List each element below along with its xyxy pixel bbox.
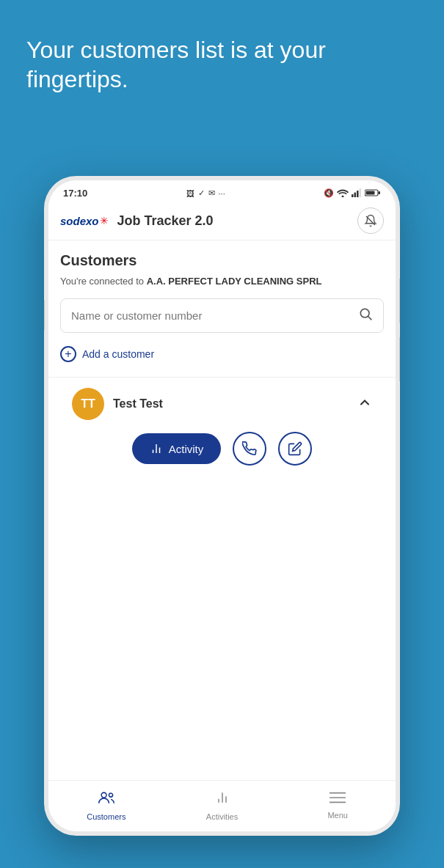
sodexo-text: sodexo	[60, 215, 99, 227]
sodexo-logo: sodexo ✳	[60, 215, 109, 227]
activities-nav-icon	[215, 790, 230, 810]
svg-rect-2	[357, 191, 359, 197]
svg-rect-0	[352, 194, 354, 197]
nav-menu[interactable]: Menu	[280, 787, 396, 824]
svg-rect-3	[359, 188, 361, 197]
activity-label: Activity	[169, 443, 204, 455]
activity-button[interactable]: Activity	[132, 433, 222, 464]
search-icon	[358, 306, 373, 325]
gallery-icon: 🖼	[186, 189, 194, 198]
svg-point-14	[109, 793, 112, 797]
more-icon: ···	[219, 189, 225, 198]
check-icon: ✓	[198, 188, 205, 198]
signal-icon	[352, 188, 362, 199]
phone-screen: 17:10 🖼 ✓ ✉ ··· 🔇	[48, 180, 396, 831]
edit-button[interactable]	[278, 432, 312, 466]
customers-nav-label: Customers	[87, 812, 125, 821]
menu-nav-icon	[330, 790, 346, 809]
search-container[interactable]	[60, 298, 384, 333]
add-icon: +	[60, 346, 76, 362]
status-bar: 17:10 🖼 ✓ ✉ ··· 🔇	[48, 180, 396, 202]
connected-company: A.A. PERFECT LADY CLEANING SPRL	[147, 276, 322, 287]
svg-rect-6	[378, 191, 380, 194]
menu-nav-label: Menu	[327, 811, 348, 820]
mail-icon: ✉	[208, 188, 215, 198]
add-customer-button[interactable]: + Add a customer	[60, 343, 384, 365]
add-customer-label: Add a customer	[82, 348, 154, 360]
svg-point-13	[101, 792, 106, 798]
battery-icon	[365, 188, 381, 199]
customer-header[interactable]: TT Test Test	[72, 388, 372, 420]
status-icons-left: 🖼 ✓ ✉ ···	[186, 188, 225, 198]
mute-icon: 🔇	[324, 188, 334, 198]
svg-rect-1	[354, 192, 356, 197]
customer-name: Test Test	[113, 397, 357, 411]
nav-activities[interactable]: Activities	[164, 787, 280, 824]
wifi-icon	[337, 188, 349, 199]
app-title: Job Tracker 2.0	[117, 213, 357, 229]
customer-item: TT Test Test	[60, 378, 384, 482]
activities-nav-label: Activities	[206, 812, 238, 821]
app-bar: sodexo ✳ Job Tracker 2.0	[48, 202, 396, 240]
notification-button[interactable]	[357, 207, 384, 234]
customer-avatar: TT	[72, 388, 104, 420]
svg-point-8	[360, 309, 369, 318]
svg-rect-5	[365, 191, 374, 194]
chevron-up-icon	[357, 395, 372, 413]
status-icons-right: 🔇	[324, 188, 381, 199]
phone-shell: 17:10 🖼 ✓ ✉ ··· 🔇	[44, 176, 400, 836]
hero-text: Your customers list is at your fingertip…	[26, 35, 418, 94]
svg-line-9	[368, 317, 372, 320]
customers-section: Customers You're connected to A.A. PERFE…	[48, 240, 396, 493]
bottom-nav: Customers Activities	[48, 780, 396, 831]
call-button[interactable]	[233, 432, 266, 466]
status-time: 17:10	[63, 188, 87, 199]
customers-nav-icon	[98, 790, 115, 810]
sodexo-asterisk: ✳	[100, 215, 109, 227]
main-content: Customers You're connected to A.A. PERFE…	[48, 240, 396, 780]
nav-customers[interactable]: Customers	[48, 787, 164, 824]
search-input[interactable]	[71, 309, 358, 322]
customer-actions: Activity	[72, 420, 372, 471]
connected-info: You're connected to A.A. PERFECT LADY CL…	[60, 275, 384, 288]
section-title: Customers	[60, 252, 384, 269]
